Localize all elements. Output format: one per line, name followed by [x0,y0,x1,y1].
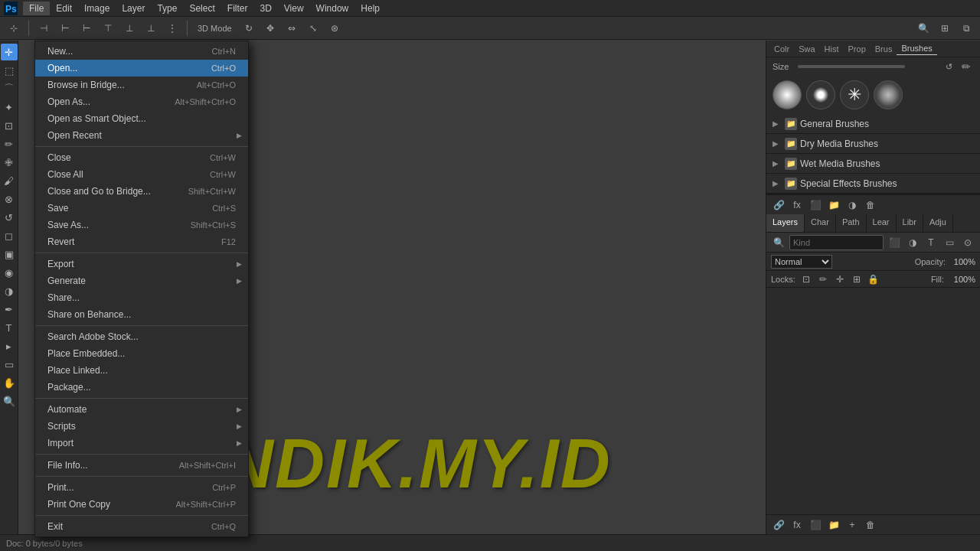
menu-browse-bridge[interactable]: Browse in Bridge... Alt+Ctrl+O [35,77,248,93]
tab-layers[interactable]: Layers [766,214,805,232]
brush-group-wet[interactable]: ▶ 📁 Wet Media Brushes [766,154,980,174]
rollall-3d-icon[interactable]: ⊛ [325,19,344,37]
menu-print-one[interactable]: Print One Copy Alt+Shift+Ctrl+P [35,496,248,513]
lock-transparent-icon[interactable]: ⊡ [800,273,812,285]
pan-3d-icon[interactable]: ✥ [261,19,279,37]
menu-import[interactable]: Import [35,435,248,452]
menu-select[interactable]: Select [183,2,220,15]
fx-icon[interactable]: fx [789,197,805,213]
align-right-icon[interactable]: ⊢ [77,19,96,37]
arrange-windows-icon[interactable]: ⊞ [936,19,954,37]
link-icon[interactable]: 🔗 [771,197,786,213]
rotate-3d-icon[interactable]: ↻ [240,19,258,37]
adjust-icon[interactable]: ◑ [844,197,860,213]
lock-artboard-icon[interactable]: ⊞ [851,273,863,285]
blur-tool[interactable]: ◉ [1,264,18,281]
menu-edit[interactable]: Edit [50,2,78,15]
brush-group-general[interactable]: ▶ 📁 General Brushes [766,114,980,134]
menu-layer[interactable]: Layer [116,2,151,15]
align-middle-icon[interactable]: ⊥ [120,19,139,37]
eraser-tool[interactable]: ◻ [1,227,18,244]
blend-mode-select[interactable]: Normal [771,255,832,269]
menu-close[interactable]: Close Ctrl+W [35,149,248,166]
healing-tool[interactable]: ✙ [1,154,18,171]
type-filter-icon[interactable]: T [923,235,939,250]
tab-brushes[interactable]: Brushes [897,42,936,55]
menu-image[interactable]: Image [78,2,116,15]
zoom-tool[interactable]: 🔍 [1,393,18,409]
mask-icon[interactable]: ⬛ [808,197,823,213]
menu-new[interactable]: New... Ctrl+N [35,43,248,60]
move-icon[interactable]: ⊹ [5,19,23,37]
tab-adjustments[interactable]: Adju [923,214,953,232]
tab-history[interactable]: Hist [820,43,844,55]
layer-mask-icon[interactable]: ⬛ [808,517,823,533]
tab-swatches[interactable]: Swa [794,43,819,55]
menu-export[interactable]: Export [35,256,248,272]
menu-exit[interactable]: Exit Ctrl+Q [35,518,248,535]
menu-scripts[interactable]: Scripts [35,418,248,435]
smart-filter-icon[interactable]: ⊙ [960,235,975,250]
menu-file[interactable]: File [23,2,50,15]
menu-generate[interactable]: Generate [35,272,248,289]
lock-all-icon[interactable]: 🔒 [867,273,880,285]
search-icon[interactable]: 🔍 [914,19,933,37]
brush-group-dry[interactable]: ▶ 📁 Dry Media Brushes [766,134,980,154]
brush-preview-3[interactable]: ✳ [840,80,869,109]
slide-3d-icon[interactable]: ⇔ [283,19,301,37]
lasso-tool[interactable]: ⌒ [1,80,18,97]
menu-share[interactable]: Share... [35,289,248,306]
align-center-h-icon[interactable]: ⊢ [56,19,74,37]
brush-preview-1[interactable] [773,80,802,109]
eyedropper-tool[interactable]: ✏ [1,135,18,152]
menu-print[interactable]: Print... Ctrl+P [35,479,248,496]
menu-automate[interactable]: Automate [35,401,248,418]
menu-close-all[interactable]: Close All Ctrl+W [35,166,248,183]
lock-position-icon[interactable]: ✛ [834,273,846,285]
history-brush-tool[interactable]: ↺ [1,209,18,226]
distribute-icon[interactable]: ⋮ [163,19,181,37]
menu-file-info[interactable]: File Info... Alt+Shift+Ctrl+I [35,457,248,474]
gradient-tool[interactable]: ▣ [1,246,18,262]
text-tool[interactable]: T [1,319,18,336]
tab-learn[interactable]: Lear [867,214,897,232]
selection-tool[interactable]: ⬚ [1,62,18,79]
brush-preview-2[interactable] [806,80,835,109]
menu-save[interactable]: Save Ctrl+S [35,200,248,217]
menu-open-as[interactable]: Open As... Alt+Shift+Ctrl+O [35,93,248,110]
menu-view[interactable]: View [278,2,310,15]
layer-fx-icon[interactable]: fx [789,517,805,533]
tab-character[interactable]: Char [805,214,836,232]
menu-help[interactable]: Help [354,2,386,15]
refresh-icon[interactable]: ↺ [946,62,952,72]
adjust-filter-icon[interactable]: ◑ [905,235,920,250]
clone-stamp-tool[interactable]: ⊗ [1,191,18,207]
menu-open-recent[interactable]: Open Recent [35,127,248,144]
new-group-icon[interactable]: 📁 [826,517,841,533]
menu-package[interactable]: Package... [35,379,248,396]
menu-3d[interactable]: 3D [253,2,277,15]
align-top-icon[interactable]: ⊤ [99,19,117,37]
delete-icon[interactable]: 🗑 [863,197,878,213]
lock-pixels-icon[interactable]: ✏ [817,273,829,285]
align-left-icon[interactable]: ⊣ [34,19,53,37]
tab-paths[interactable]: Path [836,214,867,232]
brush-tool[interactable]: 🖌 [1,172,18,189]
new-layer-icon[interactable]: + [844,517,860,533]
workspace-icon[interactable]: ⧉ [957,19,975,37]
add-link-icon[interactable]: 🔗 [771,517,786,533]
menu-close-go-bridge[interactable]: Close and Go to Bridge... Shift+Ctrl+W [35,183,248,200]
delete-layer-icon[interactable]: 🗑 [863,517,878,533]
menu-place-linked[interactable]: Place Linked... [35,362,248,379]
menu-revert[interactable]: Revert F12 [35,233,248,250]
tab-properties[interactable]: Prop [844,43,871,55]
magic-wand-tool[interactable]: ✦ [1,99,18,116]
menu-open-smart[interactable]: Open as Smart Object... [35,110,248,127]
menu-share-behance[interactable]: Share on Behance... [35,306,248,323]
pen-tool[interactable]: ✒ [1,301,18,318]
tab-color[interactable]: Colr [769,43,794,55]
brush-size-slider[interactable] [798,65,905,68]
dodge-tool[interactable]: ◑ [1,282,18,299]
tab-libraries[interactable]: Libr [897,214,923,232]
menu-place-embedded[interactable]: Place Embedded... [35,345,248,362]
